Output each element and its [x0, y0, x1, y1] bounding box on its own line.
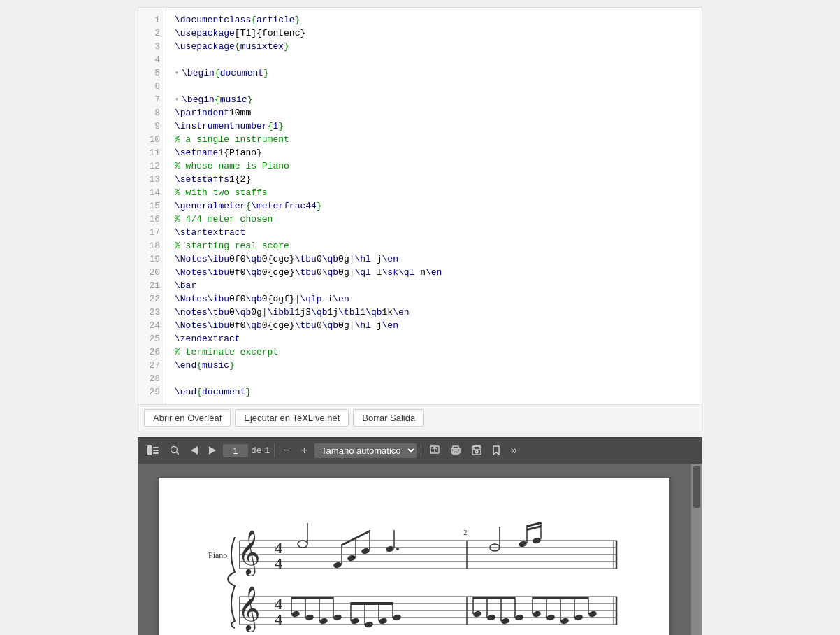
- svg-line-5: [177, 452, 180, 455]
- svg-point-52: [396, 548, 399, 550]
- code-line: [175, 53, 702, 66]
- code-text: \generalmeter{\meterfrac44}: [175, 199, 322, 213]
- svg-marker-87: [473, 597, 515, 599]
- svg-rect-11: [453, 446, 458, 449]
- code-text: \Notes\ibu0f0\qb0{cge}\tbu0\qb0g|\hl j\e…: [175, 252, 398, 266]
- pdf-viewer: 1 de 1 − + Tamaño automático50%75%100%12…: [138, 437, 702, 635]
- svg-point-61: [291, 611, 300, 618]
- svg-point-44: [347, 555, 356, 562]
- line-number: 20: [138, 266, 166, 279]
- line-number: 4: [138, 53, 166, 66]
- svg-rect-14: [474, 446, 479, 450]
- fold-marker[interactable]: ▾: [175, 66, 179, 80]
- line-number: 11: [138, 146, 166, 159]
- code-text: \begin{document}: [182, 66, 269, 80]
- app-container: 1234567891011121314151617181920212223242…: [0, 0, 840, 635]
- download-button[interactable]: [426, 443, 444, 458]
- code-line: \Notes\ibu0f0\qb0{cge}\tbu0\qb0g|\hl j\e…: [175, 252, 702, 266]
- pdf-page-area[interactable]: Piano: [138, 464, 691, 635]
- svg-point-71: [364, 621, 374, 629]
- line-number: 9: [138, 120, 166, 133]
- pdf-content: Piano: [138, 464, 702, 635]
- more-options-button[interactable]: »: [507, 441, 521, 459]
- code-text: % a single instrument: [175, 133, 289, 146]
- code-text: \instrumentnumber{1}: [175, 120, 284, 133]
- code-line: % a single instrument: [175, 133, 702, 146]
- svg-rect-0: [147, 445, 152, 455]
- svg-point-41: [298, 541, 307, 548]
- code-line: \Notes\ibu0f0\qb0{dgf}|\qlp i\en: [175, 292, 702, 306]
- svg-point-80: [486, 614, 496, 622]
- code-text: % terminate excerpt: [175, 345, 278, 359]
- svg-point-64: [333, 614, 342, 622]
- code-text: % 4/4 meter chosen: [175, 213, 273, 226]
- svg-point-62: [305, 614, 314, 622]
- pdf-scrollbar-thumb[interactable]: [693, 466, 700, 508]
- sidebar-toggle-button[interactable]: [143, 443, 163, 458]
- line-number: 25: [138, 332, 166, 345]
- prev-page-button[interactable]: [187, 443, 202, 457]
- code-line: % whose name is Piano: [175, 159, 702, 173]
- editor-toolbar: Abrir en Overleaf Ejecutar en TeXLive.ne…: [138, 405, 702, 431]
- next-page-button[interactable]: [205, 443, 220, 457]
- code-line: ▾\begin{music}: [175, 93, 702, 106]
- zoom-out-button[interactable]: −: [279, 441, 294, 459]
- svg-text:4: 4: [275, 555, 282, 572]
- line-number: 24: [138, 319, 166, 332]
- print-button[interactable]: [447, 443, 465, 458]
- code-text: % whose name is Piano: [175, 159, 289, 173]
- zoom-select[interactable]: Tamaño automático50%75%100%125%150%200%: [314, 443, 417, 458]
- music-notation-svg: Piano: [201, 506, 635, 635]
- pdf-scrollbar[interactable]: [691, 464, 702, 635]
- save-button[interactable]: [468, 443, 486, 458]
- svg-point-4: [171, 447, 178, 453]
- pdf-page: Piano: [159, 478, 669, 635]
- code-line: \generalmeter{\meterfrac44}: [175, 199, 702, 213]
- open-overleaf-button[interactable]: Abrir en Overleaf: [144, 409, 231, 427]
- line-number: 2: [138, 27, 166, 40]
- run-texlive-button[interactable]: Ejecutar en TeXLive.net: [235, 409, 349, 427]
- code-line: % starting real score: [175, 239, 702, 252]
- code-text: \notes\tbu0\qb0g|\ibbl1j3\qb1j\tbl1\qb1k…: [175, 306, 410, 319]
- code-line: % terminate excerpt: [175, 345, 702, 359]
- search-pdf-button[interactable]: [166, 443, 184, 458]
- toolbar-separator: [274, 443, 275, 457]
- code-text: % starting real score: [175, 239, 289, 252]
- page-number-input[interactable]: 1: [223, 444, 248, 457]
- bookmark-button[interactable]: [488, 443, 504, 458]
- svg-rect-3: [153, 452, 159, 454]
- code-line: \zendextract: [175, 332, 702, 345]
- svg-point-79: [472, 611, 482, 618]
- line-number: 17: [138, 226, 166, 239]
- code-line: \setname1{Piano}: [175, 146, 702, 159]
- line-number: 18: [138, 239, 166, 252]
- code-line: \bar: [175, 279, 702, 292]
- code-text: \bar: [175, 279, 196, 292]
- code-content[interactable]: \documentclass{article}\usepackage[T1]{f…: [166, 8, 702, 404]
- svg-point-82: [514, 614, 524, 622]
- code-text: \Notes\ibu0f0\qb0{dgf}|\qlp i\en: [175, 292, 349, 306]
- svg-point-88: [532, 611, 542, 618]
- code-line: \parindent10mm: [175, 106, 702, 120]
- piano-label-text: Piano: [208, 550, 227, 560]
- zoom-in-button[interactable]: +: [297, 441, 312, 459]
- line-number: 8: [138, 106, 166, 120]
- code-line: \usepackage[T1]{fontenc}: [175, 27, 702, 40]
- svg-rect-2: [153, 450, 159, 451]
- line-number: 21: [138, 279, 166, 292]
- clear-output-button[interactable]: Borrar Salida: [353, 409, 424, 427]
- code-text: \end{document}: [175, 385, 251, 399]
- toolbar-separator-2: [421, 443, 421, 457]
- line-number: 28: [138, 372, 166, 385]
- svg-text:𝄞: 𝄞: [238, 586, 261, 632]
- svg-point-55: [518, 541, 528, 548]
- code-line: \end{document}: [175, 385, 702, 399]
- svg-text:2: 2: [463, 528, 468, 536]
- code-line: \notes\tbu0\qb0g|\ibbl1j3\qb1j\tbl1\qb1k…: [175, 306, 702, 319]
- fold-marker[interactable]: ▾: [175, 93, 179, 106]
- code-text: \Notes\ibu0f0\qb0{cge}\tbu0\qb0g|\ql l\s…: [175, 266, 442, 279]
- line-number: 6: [138, 80, 166, 93]
- line-number: 22: [138, 292, 166, 306]
- code-text: \setstaffs1{2}: [175, 173, 251, 186]
- code-text: \setname1{Piano}: [175, 146, 262, 159]
